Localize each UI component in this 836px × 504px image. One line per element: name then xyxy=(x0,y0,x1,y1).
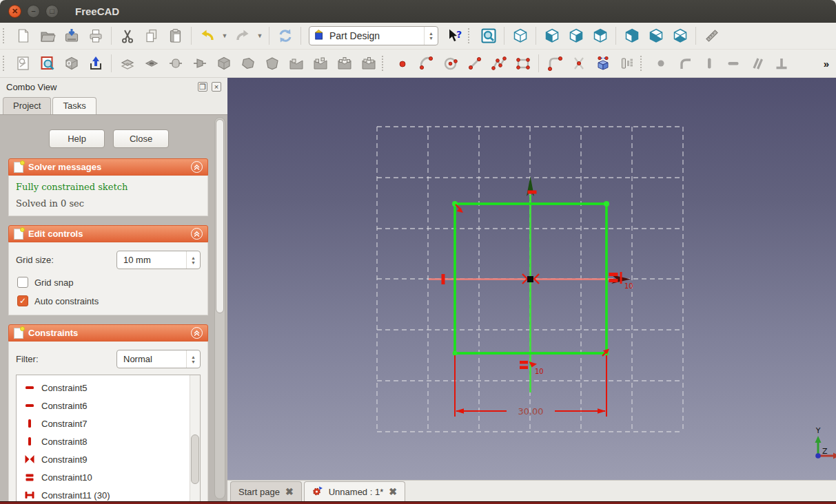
view-left-button[interactable] xyxy=(644,25,668,47)
constraint-list-item[interactable]: Constraint11 (30) xyxy=(19,486,200,501)
create-point-button[interactable] xyxy=(390,52,414,74)
constrain-coincident-button[interactable] xyxy=(649,52,673,74)
toolbar-drag-handle[interactable] xyxy=(640,56,645,71)
constraint-list-item[interactable]: Constraint9 xyxy=(19,450,200,468)
close-button[interactable]: Close xyxy=(113,129,169,148)
copy-button[interactable] xyxy=(139,25,163,47)
measure-distance-button[interactable] xyxy=(700,25,724,47)
new-document-button[interactable] xyxy=(11,25,35,47)
polar-pattern-button[interactable] xyxy=(332,52,356,74)
create-rectangle-button[interactable] xyxy=(511,52,535,74)
view-rear-button[interactable] xyxy=(620,25,644,47)
tab-tasks[interactable]: Tasks xyxy=(52,97,96,114)
constraint-list-item[interactable]: Constraint5 xyxy=(19,379,200,397)
leave-sketch-button[interactable] xyxy=(83,52,108,74)
constraint-list-item[interactable]: Constraint8 xyxy=(19,432,200,450)
grid-snap-checkbox[interactable] xyxy=(17,277,28,288)
auto-constraints-checkbox[interactable]: ✓ xyxy=(17,295,28,306)
view-axonometric-button[interactable] xyxy=(508,25,532,47)
redo-button[interactable] xyxy=(230,25,254,47)
collapse-icon[interactable] xyxy=(191,327,203,339)
toolbar-drag-handle[interactable] xyxy=(468,28,473,43)
new-sketch-button[interactable] xyxy=(11,52,35,74)
groove-button[interactable] xyxy=(187,52,212,74)
edit-controls-header[interactable]: Edit controls xyxy=(8,225,208,242)
view-front-button[interactable] xyxy=(540,25,564,47)
multitransform-button[interactable] xyxy=(356,52,380,74)
tasks-scrollbar[interactable] xyxy=(214,117,225,499)
create-circle-button[interactable] xyxy=(438,52,462,74)
paste-button[interactable] xyxy=(163,25,187,47)
toolbar-drag-handle[interactable] xyxy=(3,56,8,71)
create-arc-button[interactable] xyxy=(414,52,438,74)
tab-project[interactable]: Project xyxy=(3,97,51,114)
solver-messages-header[interactable]: Solver messages xyxy=(8,158,208,176)
save-document-button[interactable] xyxy=(59,25,83,47)
toolbar-drag-handle[interactable] xyxy=(382,56,387,71)
tab-close-icon[interactable]: ✖ xyxy=(285,486,294,497)
filter-combobox[interactable]: Normal ▲▼ xyxy=(116,350,201,368)
create-line-button[interactable] xyxy=(462,52,487,74)
chamfer-button[interactable] xyxy=(236,52,260,74)
spinner-arrows-icon[interactable]: ▲▼ xyxy=(424,27,438,45)
open-document-button[interactable] xyxy=(35,25,59,47)
linear-pattern-button[interactable] xyxy=(308,52,332,74)
constrain-vertical-button[interactable] xyxy=(697,52,721,74)
spinner-arrows-icon[interactable]: ▲▼ xyxy=(186,251,200,269)
origin-point[interactable] xyxy=(527,276,533,282)
map-sketch-to-face-button[interactable] xyxy=(59,52,83,74)
constrain-parallel-button[interactable] xyxy=(745,52,769,74)
constrain-horizontal-button[interactable] xyxy=(721,52,745,74)
redo-dropdown[interactable]: ▼ xyxy=(254,25,265,46)
3d-viewport[interactable]: 10 10 30.00 Y X Z xyxy=(227,78,836,480)
panel-float-icon[interactable]: ❐ xyxy=(198,82,207,92)
trim-edge-button[interactable] xyxy=(567,52,591,74)
panel-close-icon[interactable]: × xyxy=(212,82,221,92)
toolbar-drag-handle[interactable] xyxy=(3,28,8,43)
help-button[interactable]: Help xyxy=(49,129,105,148)
view-bottom-button[interactable] xyxy=(668,25,692,47)
workbench-selector[interactable]: Part Design▲▼ xyxy=(309,26,438,45)
window-close-button[interactable]: ✕ xyxy=(8,5,21,18)
constraint-list-item[interactable]: Constraint6 xyxy=(19,397,200,414)
spinner-arrows-icon[interactable]: ▲▼ xyxy=(186,350,200,368)
tab-unnamed-document[interactable]: Unnamed : 1* ✖ xyxy=(304,481,405,501)
list-scrollbar[interactable]: ▼ xyxy=(190,375,200,501)
pocket-button[interactable] xyxy=(139,52,163,74)
undo-dropdown[interactable]: ▼ xyxy=(219,25,230,46)
grid-size-spinbox[interactable]: 10 mm ▲▼ xyxy=(116,251,201,269)
constraint-list-item[interactable]: Constraint7 xyxy=(19,414,200,432)
collapse-icon[interactable] xyxy=(191,228,203,240)
view-sketch-button[interactable] xyxy=(35,52,59,74)
view-right-button[interactable] xyxy=(564,25,588,47)
undo-button[interactable] xyxy=(195,25,219,47)
print-button[interactable] xyxy=(83,25,108,47)
create-polyline-button[interactable] xyxy=(487,52,511,74)
pad-button[interactable] xyxy=(115,52,139,74)
constraint-list-item[interactable]: Constraint10 xyxy=(19,468,200,486)
constrain-perpendicular-button[interactable] xyxy=(769,52,793,74)
sketch-fillet-button[interactable] xyxy=(542,52,567,74)
view-top-button[interactable] xyxy=(588,25,612,47)
cut-button[interactable] xyxy=(115,25,139,47)
constrain-tangent-button[interactable] xyxy=(673,52,697,74)
tab-close-icon[interactable]: ✖ xyxy=(389,486,397,497)
window-minimize-button[interactable]: – xyxy=(27,5,40,18)
tasks-scrollbar-thumb[interactable] xyxy=(216,119,224,313)
carbon-copy-button[interactable] xyxy=(615,52,639,74)
external-geometry-button[interactable] xyxy=(591,52,615,74)
revolution-button[interactable] xyxy=(163,52,187,74)
vertex-bottom-left[interactable] xyxy=(453,351,458,356)
whats-this-button[interactable]: ? xyxy=(442,25,467,47)
collapse-icon[interactable] xyxy=(191,161,203,173)
dimension-value[interactable]: 30.00 xyxy=(518,406,543,417)
draft-button[interactable] xyxy=(260,52,284,74)
window-maximize-button[interactable]: □ xyxy=(45,5,59,18)
toolbar-overflow[interactable]: » xyxy=(818,58,835,70)
fillet-button[interactable] xyxy=(212,52,236,74)
list-scrollbar-thumb[interactable] xyxy=(191,434,199,484)
refresh-document-button[interactable] xyxy=(273,25,297,47)
fit-all-button[interactable] xyxy=(476,25,500,47)
constraints-header[interactable]: Constraints xyxy=(8,324,208,342)
vertex-top-right[interactable] xyxy=(604,201,609,207)
